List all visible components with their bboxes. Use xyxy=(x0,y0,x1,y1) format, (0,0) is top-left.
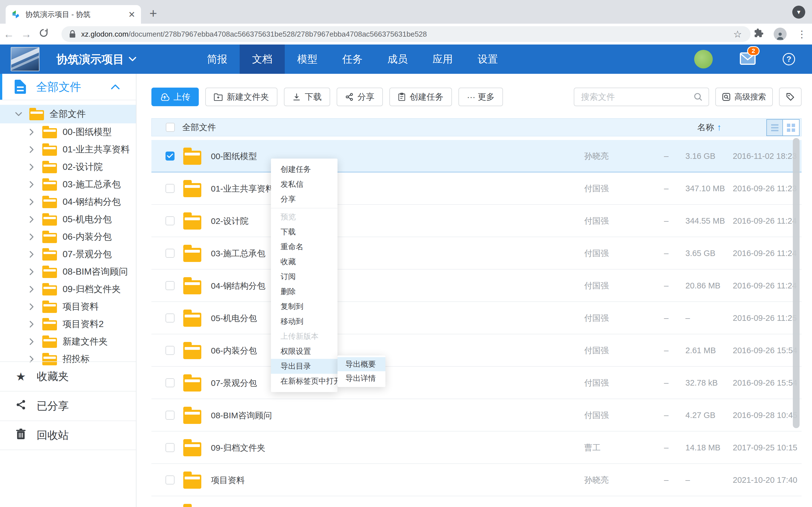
row-checkbox[interactable] xyxy=(165,378,174,387)
menu-item-download[interactable]: 下载 xyxy=(271,224,338,239)
chevron-down-icon[interactable] xyxy=(13,112,24,117)
table-row[interactable]: 00-图纸模型 孙晓亮 – 3.16 GB 2016-11-02 18:23 xyxy=(151,140,802,172)
tab-members[interactable]: 成员 xyxy=(375,45,420,74)
chevron-up-icon[interactable] xyxy=(110,83,120,90)
tree-item[interactable]: 08-BIM咨询顾问 xyxy=(0,263,136,281)
tab-close-icon[interactable]: ✕ xyxy=(128,10,135,19)
new-tab-button[interactable]: + xyxy=(149,6,157,21)
file-name[interactable]: 08-BIM咨询顾问 xyxy=(211,399,272,432)
menu-item-subscribe[interactable]: 订阅 xyxy=(271,269,338,284)
file-name[interactable]: 项目资料 xyxy=(211,464,245,496)
chevron-right-icon[interactable] xyxy=(26,163,37,171)
search-input[interactable] xyxy=(574,88,709,106)
file-name[interactable]: 07-景观分包 xyxy=(211,367,257,399)
row-checkbox[interactable] xyxy=(165,475,174,485)
table-row[interactable]: 05-机电分包 付国强 – – 2016-09-26 11:25 xyxy=(151,302,802,334)
table-row[interactable]: 06-内装分包 付国强 – 2.61 MB 2016-09-26 15:54 xyxy=(151,334,802,367)
tree-item[interactable]: 03-施工总承包 xyxy=(0,176,136,193)
submenu-item-export-summary[interactable]: 导出概要 xyxy=(338,357,386,371)
menu-item-rename[interactable]: 重命名 xyxy=(271,239,338,255)
help-icon[interactable]: ? xyxy=(783,53,795,65)
tab-briefing[interactable]: 简报 xyxy=(195,45,240,74)
tab-settings[interactable]: 设置 xyxy=(465,45,510,74)
chevron-right-icon[interactable] xyxy=(26,233,37,240)
table-row[interactable]: 项目资料 孙晓亮 – – 2021-10-20 17:40 xyxy=(151,464,802,496)
row-checkbox[interactable] xyxy=(165,249,174,258)
back-icon[interactable]: ← xyxy=(0,28,17,40)
table-row[interactable]: 07-景观分包 付国强 – 32.78 kB 2016-09-26 15:54 xyxy=(151,367,802,399)
file-name[interactable]: 04-钢结构分包 xyxy=(211,270,265,302)
row-checkbox[interactable] xyxy=(165,184,174,193)
table-row[interactable]: 08-BIM咨询顾问 付国强 – 4.27 GB 2016-09-28 10:4… xyxy=(151,399,802,432)
menu-item-private-message[interactable]: 发私信 xyxy=(271,177,338,192)
file-name[interactable]: 09-归档文件夹 xyxy=(211,432,265,464)
chevron-right-icon[interactable] xyxy=(26,303,37,311)
chevron-right-icon[interactable] xyxy=(26,286,37,293)
tree-item[interactable]: 00-图纸模型 xyxy=(0,123,136,141)
new-folder-button[interactable]: 新建文件夹 xyxy=(205,88,277,106)
upload-button[interactable]: 上传 xyxy=(151,88,199,106)
file-name[interactable]: 03-施工总承包 xyxy=(211,237,265,270)
reload-icon[interactable] xyxy=(35,28,52,41)
row-checkbox-checked[interactable] xyxy=(165,152,174,161)
tab-models[interactable]: 模型 xyxy=(285,45,330,74)
menu-item-favorite[interactable]: 收藏 xyxy=(271,255,338,269)
tab-apps[interactable]: 应用 xyxy=(420,45,465,74)
chevron-right-icon[interactable] xyxy=(26,268,37,276)
menu-item-export-directory[interactable]: 导出目录 xyxy=(271,359,338,374)
file-name[interactable]: 01-业主共享资料 xyxy=(211,172,274,205)
file-name[interactable]: 06-内装分包 xyxy=(211,334,257,367)
tree-item-root[interactable]: 全部文件 xyxy=(0,105,136,123)
file-name[interactable]: 05-机电分包 xyxy=(211,302,257,334)
forward-icon[interactable]: → xyxy=(17,28,35,40)
address-bar[interactable]: xz.glodon.com/document/278b7967ebba4708a… xyxy=(61,26,751,42)
tree-item[interactable]: 06-内装分包 xyxy=(0,228,136,245)
tree-item[interactable]: 07-景观分包 xyxy=(0,245,136,263)
menu-item-delete[interactable]: 删除 xyxy=(271,284,338,299)
messages-button[interactable]: 2 xyxy=(740,52,756,66)
chevron-right-icon[interactable] xyxy=(26,251,37,258)
row-checkbox[interactable] xyxy=(165,411,174,420)
tree-item[interactable]: 09-归档文件夹 xyxy=(0,281,136,298)
bookmark-star-icon[interactable]: ☆ xyxy=(732,29,743,40)
user-avatar[interactable] xyxy=(694,50,713,68)
menu-item-open-in-new-tab[interactable]: 在新标签页中打开 xyxy=(271,374,338,389)
share-button[interactable]: 分享 xyxy=(337,88,383,106)
menu-item-create-task[interactable]: 创建任务 xyxy=(271,162,338,177)
menu-item-move-to[interactable]: 移动到 xyxy=(271,314,338,329)
tree-item[interactable]: 01-业主共享资料 xyxy=(0,141,136,158)
download-button[interactable]: 下载 xyxy=(284,88,330,106)
browser-tab[interactable]: 协筑演示项目 - 协筑 ✕ xyxy=(6,5,141,24)
extensions-puzzle-icon[interactable] xyxy=(753,28,764,40)
chevron-right-icon[interactable] xyxy=(26,216,37,223)
sidebar-item-favorites[interactable]: ★ 收藏夹 xyxy=(0,361,136,391)
row-checkbox[interactable] xyxy=(165,216,174,225)
more-button[interactable]: ··· 更多 xyxy=(458,88,503,106)
tab-tasks[interactable]: 任务 xyxy=(330,45,375,74)
chevron-right-icon[interactable] xyxy=(26,128,37,136)
chevron-right-icon[interactable] xyxy=(26,198,37,206)
profile-avatar-icon[interactable] xyxy=(774,27,786,41)
browser-menu-icon[interactable]: ⋮ xyxy=(796,29,808,40)
file-name[interactable]: 02-设计院 xyxy=(211,205,248,237)
row-checkbox[interactable] xyxy=(165,346,174,355)
menu-item-permission-settings[interactable]: 权限设置 xyxy=(271,344,338,359)
table-row[interactable]: 01-业主共享资料 付国强 – 347.10 MB 2016-09-26 11:… xyxy=(151,172,802,205)
select-all-checkbox[interactable] xyxy=(166,123,175,132)
menu-item-copy-to[interactable]: 复制到 xyxy=(271,299,338,314)
chevron-right-icon[interactable] xyxy=(26,321,37,328)
row-checkbox[interactable] xyxy=(165,314,174,323)
submenu-item-export-details[interactable]: 导出详情 xyxy=(338,371,386,385)
tab-documents[interactable]: 文档 xyxy=(240,45,285,74)
tag-button[interactable] xyxy=(779,88,802,106)
row-checkbox[interactable] xyxy=(165,443,174,452)
project-switcher[interactable]: 协筑演示项目 xyxy=(56,45,137,74)
tree-item[interactable]: 04-钢结构分包 xyxy=(0,193,136,211)
scrollbar-thumb[interactable] xyxy=(793,138,800,428)
list-view-icon[interactable] xyxy=(767,120,783,135)
create-task-button[interactable]: 创建任务 xyxy=(389,88,452,106)
tree-item[interactable]: 项目资料2 xyxy=(0,316,136,333)
chevron-right-icon[interactable] xyxy=(26,146,37,153)
menu-item-share[interactable]: 分享 xyxy=(271,192,338,207)
tab-search-icon[interactable]: ▼ xyxy=(792,6,805,18)
